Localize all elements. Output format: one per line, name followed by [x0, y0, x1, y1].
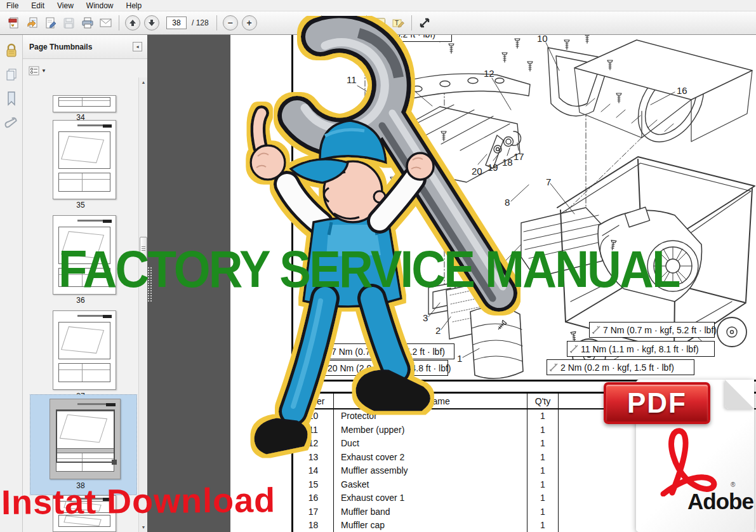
page-number-input[interactable]	[166, 17, 187, 29]
callout-number: 16	[677, 85, 687, 96]
edit-document-button[interactable]	[42, 14, 59, 32]
zoom-in-button[interactable]: +	[242, 15, 257, 30]
fullscreen-icon	[418, 17, 431, 29]
menu-help[interactable]: Help	[120, 1, 149, 11]
callout-number: 7	[546, 176, 551, 187]
fit-page-icon	[347, 17, 359, 29]
torque-callout-left-1: 7 Nm (0.7 m · kgf, 5.2 ft · lbf)	[317, 343, 454, 359]
zoom-out-button[interactable]: −	[223, 15, 238, 30]
wrench-icon	[316, 363, 326, 373]
svg-text:T: T	[395, 20, 399, 27]
adobe-wordmark: Adobe	[687, 489, 753, 514]
callout-number: 3	[423, 312, 428, 323]
panel-title: Page Thumbnails	[23, 43, 133, 51]
scrollbar-thumb[interactable]	[140, 237, 147, 261]
thumbnail-options-button[interactable]: ▼	[29, 64, 50, 77]
fit-width-icon	[328, 17, 341, 29]
panel-splitter[interactable]	[147, 267, 152, 302]
registered-mark: ®	[731, 481, 735, 488]
callout-number: 11	[347, 74, 357, 85]
wrench-icon	[549, 362, 559, 372]
bookmark-icon	[5, 91, 18, 107]
print-button[interactable]	[79, 14, 96, 32]
page-view-indicator[interactable]	[56, 409, 115, 463]
thumbnail-list: 34 35 36 37 38	[23, 77, 138, 532]
page-fold-corner	[725, 380, 754, 409]
create-pdf-button[interactable]	[5, 14, 22, 32]
pdf-badge: PDF	[604, 382, 710, 424]
callout-number: 20	[472, 166, 482, 176]
thumbnail-page-34[interactable]	[53, 95, 116, 112]
torque-callout-top: 7 Nm (0.7 m · kgf, 5.2 ft · lbf)	[308, 35, 452, 42]
menu-view[interactable]: View	[51, 1, 80, 11]
lock-icon	[4, 43, 18, 58]
highlight-text-button[interactable]: T	[390, 14, 407, 32]
bookmarks-tab[interactable]	[0, 87, 23, 111]
arrow-up-icon	[129, 19, 136, 27]
paperclip-icon	[4, 115, 18, 131]
thumbnail-label: 36	[23, 296, 138, 305]
menu-bar: File Edit View Window Help	[0, 0, 756, 11]
options-icon	[29, 66, 39, 76]
attachments-tab[interactable]	[0, 111, 23, 135]
email-button[interactable]	[97, 14, 114, 32]
save-icon	[63, 17, 75, 29]
figure-border	[291, 35, 293, 380]
thumbnail-page-37[interactable]	[53, 310, 116, 390]
toolbar: / 128 − + T	[0, 11, 756, 35]
fit-page-button[interactable]	[345, 14, 362, 32]
wrench-icon	[320, 347, 329, 356]
document-canvas-background	[147, 35, 230, 532]
wrench-icon	[592, 325, 601, 335]
highlight-text-icon: T	[392, 17, 405, 29]
navigation-strip	[0, 35, 23, 532]
thumbnail-label: 35	[23, 201, 138, 209]
torque-callout-left-2: 20 Nm (2.0 m · kgf, 14.8 ft · lbf)	[314, 360, 448, 376]
menu-file[interactable]: File	[0, 1, 25, 11]
torque-callout-right-1: 7 Nm (0.7 m · kgf, 5.2 ft · lbf)	[589, 322, 715, 338]
callout-number: 1	[457, 353, 462, 364]
torque-callout-right-2: 11 Nm (1.1 m · kgf, 8.1 ft · lbf)	[567, 341, 715, 357]
callout-number: 13	[397, 74, 408, 85]
menu-edit[interactable]: Edit	[25, 1, 51, 11]
page-thumbnails-tab[interactable]	[0, 63, 23, 87]
pages-icon	[4, 67, 18, 83]
callout-number: 8	[505, 197, 510, 208]
previous-page-button[interactable]	[125, 15, 140, 30]
thumbnail-page-39[interactable]	[53, 495, 116, 532]
thumbnail-page-35[interactable]	[53, 120, 116, 199]
arrow-down-icon	[148, 19, 156, 27]
fullscreen-button[interactable]	[416, 14, 434, 32]
menu-window[interactable]: Window	[80, 1, 120, 11]
callout-number: 17	[514, 151, 524, 162]
caret-down-icon: ▼	[41, 68, 46, 74]
panel-header: Page Thumbnails ◂	[23, 35, 147, 59]
wrench-icon	[310, 35, 320, 39]
callout-number: 12	[484, 68, 494, 79]
create-pdf-icon	[8, 17, 20, 29]
thumbnail-page-38[interactable]	[50, 399, 121, 479]
thumbnail-page-36[interactable]	[53, 215, 116, 295]
wrench-icon	[569, 344, 579, 354]
speech-bubble-icon	[373, 17, 387, 29]
fit-width-button[interactable]	[326, 14, 343, 32]
export-file-button[interactable]	[23, 14, 41, 32]
scroll-up-arrow[interactable]: ▲	[139, 77, 148, 87]
security-lock-button[interactable]	[0, 39, 23, 63]
scroll-down-arrow[interactable]: ▼	[139, 522, 148, 532]
edit-icon	[44, 17, 57, 29]
thumbnail-scrollbar[interactable]: ▲ ▼	[138, 77, 147, 532]
email-icon	[99, 17, 112, 29]
adobe-logo-icon	[658, 427, 728, 496]
callout-number: 18	[502, 157, 513, 168]
next-page-button[interactable]	[144, 15, 159, 30]
minus-icon: −	[228, 18, 233, 28]
callout-number: 2	[435, 325, 441, 336]
export-file-icon	[26, 17, 39, 29]
comment-button[interactable]	[371, 14, 388, 32]
plus-icon: +	[247, 18, 252, 28]
panel-collapse-button[interactable]: ◂	[133, 42, 142, 51]
print-icon	[81, 17, 94, 29]
save-button[interactable]	[60, 14, 77, 32]
torque-callout-right-3: 2 Nm (0.2 m · kgf, 1.5 ft · lbf)	[547, 359, 694, 375]
